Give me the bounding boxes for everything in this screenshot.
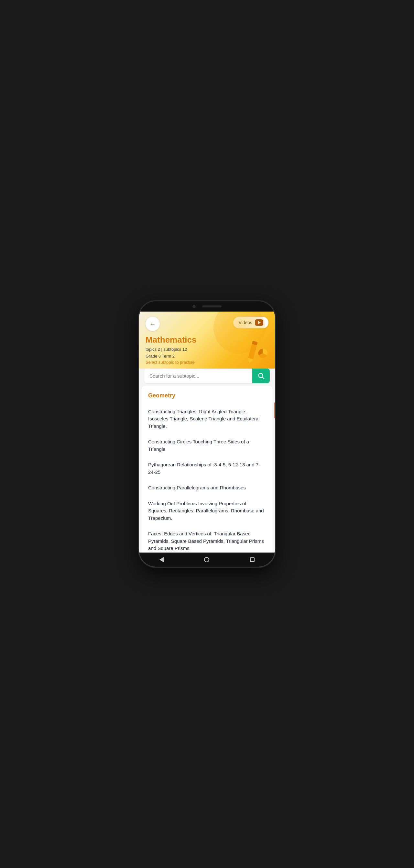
subject-title: Mathematics bbox=[145, 335, 269, 345]
nav-back-button[interactable] bbox=[153, 555, 170, 565]
back-button[interactable]: ← bbox=[145, 317, 160, 331]
phone-frame: ← Videos Mathematics topics 2 | subtopic… bbox=[139, 301, 275, 567]
search-icon bbox=[257, 372, 265, 379]
nav-home-button[interactable] bbox=[198, 555, 216, 565]
volume-button bbox=[274, 402, 275, 418]
subject-meta-topics: topics 2 | subtopics 12 bbox=[145, 346, 269, 353]
topic-item-5[interactable]: Working Out Problems Involving Propertie… bbox=[148, 496, 266, 526]
header-area: ← Videos Mathematics topics 2 | subtopic… bbox=[139, 312, 275, 369]
topic-item-6[interactable]: Faces, Edges and Vertices of: Triangular… bbox=[148, 526, 266, 553]
back-arrow-icon: ← bbox=[149, 321, 156, 327]
search-button[interactable] bbox=[252, 369, 270, 383]
phone-top-bar bbox=[139, 301, 275, 312]
home-nav-icon bbox=[204, 557, 209, 562]
search-input[interactable] bbox=[144, 369, 252, 383]
recents-nav-icon bbox=[250, 557, 254, 562]
back-nav-icon bbox=[160, 557, 164, 562]
bottom-nav bbox=[139, 553, 275, 567]
search-bar bbox=[144, 369, 270, 383]
section-title: Geometry bbox=[148, 392, 266, 399]
topic-item-2[interactable]: Constructing Circles Touching Three Side… bbox=[148, 434, 266, 457]
phone-screen: ← Videos Mathematics topics 2 | subtopic… bbox=[139, 312, 275, 567]
select-subtopic-label[interactable]: Select subtopic to practise bbox=[145, 360, 269, 365]
search-area bbox=[139, 369, 275, 386]
topic-item-4[interactable]: Constructing Parallelograms and Rhombuse… bbox=[148, 480, 266, 496]
speaker bbox=[202, 305, 221, 307]
subject-meta-grade: Grade 8 Term 2 bbox=[145, 353, 269, 360]
svg-line-5 bbox=[262, 377, 264, 379]
topic-item-3[interactable]: Pythagorean Relationships of :3-4-5, 5-1… bbox=[148, 457, 266, 480]
nav-recents-button[interactable] bbox=[244, 555, 261, 564]
topic-item-1[interactable]: Constructing Triangles: Right Angled Tri… bbox=[148, 404, 266, 434]
content-area: Geometry Constructing Triangles: Right A… bbox=[142, 386, 272, 553]
camera bbox=[193, 305, 196, 308]
